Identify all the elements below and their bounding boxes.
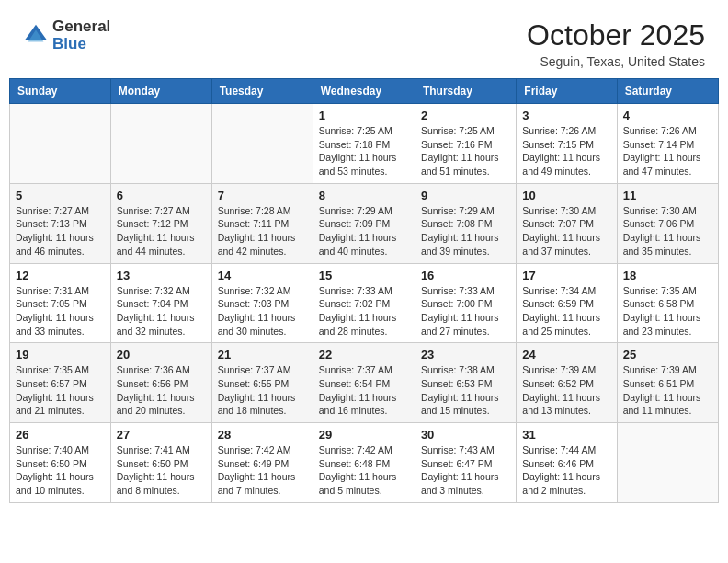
day-number: 14 — [218, 269, 307, 282]
day-info: Sunrise: 7:33 AM Sunset: 7:00 PM Dayligh… — [421, 284, 510, 339]
day-info: Sunrise: 7:40 AM Sunset: 6:50 PM Dayligh… — [16, 443, 105, 498]
day-number: 4 — [623, 109, 712, 122]
calendar-cell — [211, 104, 313, 184]
day-info: Sunrise: 7:35 AM Sunset: 6:58 PM Dayligh… — [623, 284, 712, 339]
weekday-header: Monday — [110, 79, 211, 104]
calendar-cell — [617, 423, 718, 503]
day-number: 24 — [522, 348, 610, 362]
day-number: 8 — [319, 189, 409, 202]
weekday-header: Thursday — [415, 79, 516, 104]
calendar-cell — [110, 104, 211, 184]
day-number: 31 — [522, 428, 610, 442]
day-info: Sunrise: 7:26 AM Sunset: 7:14 PM Dayligh… — [623, 124, 712, 178]
logo-blue-text: Blue — [52, 36, 110, 53]
day-info: Sunrise: 7:25 AM Sunset: 7:16 PM Dayligh… — [421, 124, 510, 178]
location-text: Seguin, Texas, United States — [527, 54, 705, 69]
weekday-header: Friday — [517, 79, 617, 104]
day-number: 13 — [117, 269, 206, 282]
calendar-table: SundayMondayTuesdayWednesdayThursdayFrid… — [9, 78, 719, 503]
day-number: 18 — [623, 269, 712, 282]
logo: General Blue — [23, 18, 110, 52]
day-number: 26 — [16, 428, 105, 442]
day-number: 6 — [117, 189, 206, 202]
calendar-week-row: 5Sunrise: 7:27 AM Sunset: 7:13 PM Daylig… — [10, 183, 719, 263]
day-number: 10 — [522, 189, 610, 202]
day-number: 9 — [421, 189, 510, 202]
calendar-cell: 29Sunrise: 7:42 AM Sunset: 6:48 PM Dayli… — [313, 423, 415, 503]
day-info: Sunrise: 7:29 AM Sunset: 7:09 PM Dayligh… — [319, 204, 409, 259]
day-number: 16 — [421, 269, 510, 282]
calendar-cell: 30Sunrise: 7:43 AM Sunset: 6:47 PM Dayli… — [415, 423, 516, 503]
day-number: 29 — [319, 428, 409, 442]
day-info: Sunrise: 7:31 AM Sunset: 7:05 PM Dayligh… — [16, 284, 105, 339]
calendar-cell: 13Sunrise: 7:32 AM Sunset: 7:04 PM Dayli… — [110, 263, 211, 343]
day-number: 17 — [522, 269, 610, 282]
calendar-cell: 5Sunrise: 7:27 AM Sunset: 7:13 PM Daylig… — [10, 183, 111, 263]
day-info: Sunrise: 7:32 AM Sunset: 7:04 PM Dayligh… — [117, 284, 206, 339]
calendar-cell: 18Sunrise: 7:35 AM Sunset: 6:58 PM Dayli… — [617, 263, 718, 343]
calendar-cell: 22Sunrise: 7:37 AM Sunset: 6:54 PM Dayli… — [313, 343, 415, 423]
day-number: 25 — [623, 348, 712, 362]
calendar-cell: 3Sunrise: 7:26 AM Sunset: 7:15 PM Daylig… — [517, 104, 617, 184]
logo-general-text: General — [52, 18, 110, 36]
logo-text: General Blue — [52, 18, 110, 52]
day-number: 27 — [117, 428, 206, 442]
day-info: Sunrise: 7:36 AM Sunset: 6:56 PM Dayligh… — [117, 363, 206, 418]
calendar-week-row: 1Sunrise: 7:25 AM Sunset: 7:18 PM Daylig… — [10, 104, 719, 184]
day-info: Sunrise: 7:27 AM Sunset: 7:12 PM Dayligh… — [117, 204, 206, 259]
day-info: Sunrise: 7:33 AM Sunset: 7:02 PM Dayligh… — [319, 284, 409, 339]
day-number: 5 — [16, 189, 105, 202]
day-info: Sunrise: 7:39 AM Sunset: 6:51 PM Dayligh… — [623, 363, 712, 418]
day-number: 21 — [218, 348, 307, 362]
day-info: Sunrise: 7:37 AM Sunset: 6:54 PM Dayligh… — [319, 363, 409, 418]
day-number: 28 — [218, 428, 307, 442]
calendar-cell: 6Sunrise: 7:27 AM Sunset: 7:12 PM Daylig… — [110, 183, 211, 263]
weekday-header: Wednesday — [313, 79, 415, 104]
day-info: Sunrise: 7:43 AM Sunset: 6:47 PM Dayligh… — [421, 443, 510, 498]
day-info: Sunrise: 7:32 AM Sunset: 7:03 PM Dayligh… — [218, 284, 307, 339]
day-number: 7 — [218, 189, 307, 202]
calendar-cell: 21Sunrise: 7:37 AM Sunset: 6:55 PM Dayli… — [211, 343, 313, 423]
title-block: October 2025 Seguin, Texas, United State… — [527, 18, 705, 69]
weekday-header: Tuesday — [211, 79, 313, 104]
day-info: Sunrise: 7:27 AM Sunset: 7:13 PM Dayligh… — [16, 204, 105, 259]
calendar-cell: 7Sunrise: 7:28 AM Sunset: 7:11 PM Daylig… — [211, 183, 313, 263]
calendar-cell: 4Sunrise: 7:26 AM Sunset: 7:14 PM Daylig… — [617, 104, 718, 184]
day-number: 30 — [421, 428, 510, 442]
day-info: Sunrise: 7:35 AM Sunset: 6:57 PM Dayligh… — [16, 363, 105, 418]
day-info: Sunrise: 7:44 AM Sunset: 6:46 PM Dayligh… — [522, 443, 610, 498]
calendar-cell: 14Sunrise: 7:32 AM Sunset: 7:03 PM Dayli… — [211, 263, 313, 343]
day-info: Sunrise: 7:26 AM Sunset: 7:15 PM Dayligh… — [522, 124, 610, 178]
day-number: 15 — [319, 269, 409, 282]
day-number: 1 — [319, 109, 409, 122]
day-info: Sunrise: 7:38 AM Sunset: 6:53 PM Dayligh… — [421, 363, 510, 418]
day-number: 22 — [319, 348, 409, 362]
calendar-cell: 16Sunrise: 7:33 AM Sunset: 7:00 PM Dayli… — [415, 263, 516, 343]
calendar-cell: 9Sunrise: 7:29 AM Sunset: 7:08 PM Daylig… — [415, 183, 516, 263]
calendar-cell: 20Sunrise: 7:36 AM Sunset: 6:56 PM Dayli… — [110, 343, 211, 423]
logo-icon — [23, 23, 49, 49]
calendar-cell: 31Sunrise: 7:44 AM Sunset: 6:46 PM Dayli… — [517, 423, 617, 503]
calendar-cell: 17Sunrise: 7:34 AM Sunset: 6:59 PM Dayli… — [517, 263, 617, 343]
calendar-week-row: 12Sunrise: 7:31 AM Sunset: 7:05 PM Dayli… — [10, 263, 719, 343]
calendar-week-row: 19Sunrise: 7:35 AM Sunset: 6:57 PM Dayli… — [10, 343, 719, 423]
day-number: 12 — [16, 269, 105, 282]
calendar-header-row: SundayMondayTuesdayWednesdayThursdayFrid… — [10, 79, 719, 104]
calendar-cell: 15Sunrise: 7:33 AM Sunset: 7:02 PM Dayli… — [313, 263, 415, 343]
calendar-cell: 28Sunrise: 7:42 AM Sunset: 6:49 PM Dayli… — [211, 423, 313, 503]
calendar-cell: 1Sunrise: 7:25 AM Sunset: 7:18 PM Daylig… — [313, 104, 415, 184]
day-info: Sunrise: 7:41 AM Sunset: 6:50 PM Dayligh… — [117, 443, 206, 498]
day-info: Sunrise: 7:42 AM Sunset: 6:48 PM Dayligh… — [319, 443, 409, 498]
day-info: Sunrise: 7:25 AM Sunset: 7:18 PM Dayligh… — [319, 124, 409, 178]
calendar-cell: 19Sunrise: 7:35 AM Sunset: 6:57 PM Dayli… — [10, 343, 111, 423]
day-number: 23 — [421, 348, 510, 362]
calendar-cell: 24Sunrise: 7:39 AM Sunset: 6:52 PM Dayli… — [517, 343, 617, 423]
calendar-cell: 11Sunrise: 7:30 AM Sunset: 7:06 PM Dayli… — [617, 183, 718, 263]
calendar-cell: 12Sunrise: 7:31 AM Sunset: 7:05 PM Dayli… — [10, 263, 111, 343]
day-info: Sunrise: 7:39 AM Sunset: 6:52 PM Dayligh… — [522, 363, 610, 418]
calendar-cell: 26Sunrise: 7:40 AM Sunset: 6:50 PM Dayli… — [10, 423, 111, 503]
calendar-cell: 27Sunrise: 7:41 AM Sunset: 6:50 PM Dayli… — [110, 423, 211, 503]
calendar-cell: 2Sunrise: 7:25 AM Sunset: 7:16 PM Daylig… — [415, 104, 516, 184]
day-number: 19 — [16, 348, 105, 362]
calendar-cell: 25Sunrise: 7:39 AM Sunset: 6:51 PM Dayli… — [617, 343, 718, 423]
